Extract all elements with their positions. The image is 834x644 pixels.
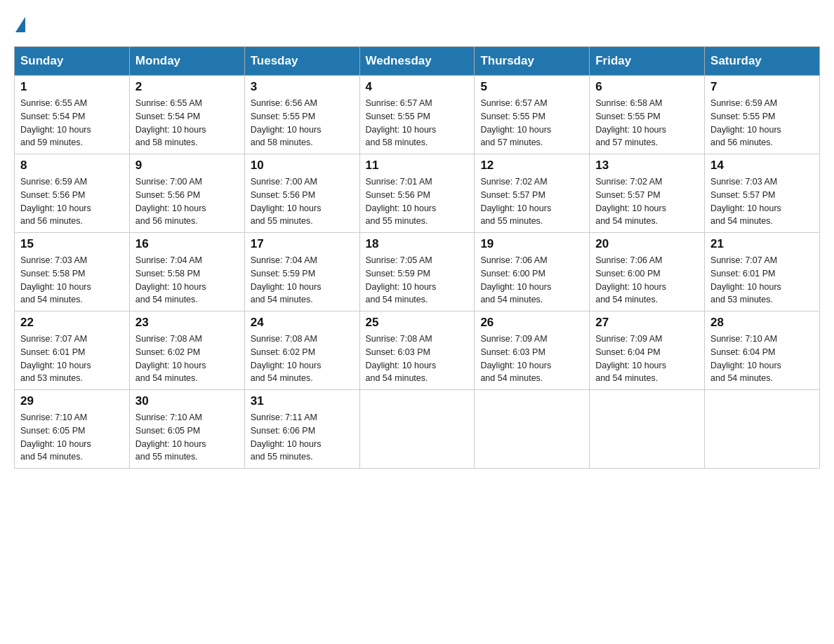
day-info: Sunrise: 7:09 AMSunset: 6:04 PMDaylight:… [595,333,699,385]
weekday-header-saturday: Saturday [705,47,820,76]
calendar-cell: 4Sunrise: 6:57 AMSunset: 5:55 PMDaylight… [359,76,475,154]
weekday-header-friday: Friday [590,47,705,76]
day-number: 7 [710,80,814,94]
calendar-cell: 28Sunrise: 7:10 AMSunset: 6:04 PMDayligh… [705,311,820,390]
day-number: 20 [595,237,699,251]
calendar-cell: 1Sunrise: 6:55 AMSunset: 5:54 PMDaylight… [15,76,130,154]
calendar-cell [475,390,590,469]
weekday-header-thursday: Thursday [475,47,590,76]
day-number: 21 [710,237,814,251]
day-number: 5 [480,80,583,94]
day-info: Sunrise: 7:03 AMSunset: 5:57 PMDaylight:… [710,175,814,228]
day-number: 25 [366,316,469,330]
day-info: Sunrise: 7:01 AMSunset: 5:56 PMDaylight:… [366,175,469,228]
day-info: Sunrise: 7:07 AMSunset: 6:01 PMDaylight:… [20,333,124,385]
day-info: Sunrise: 6:57 AMSunset: 5:55 PMDaylight:… [480,97,583,149]
calendar-cell: 14Sunrise: 7:03 AMSunset: 5:57 PMDayligh… [705,154,820,233]
weekday-header-row: SundayMondayTuesdayWednesdayThursdayFrid… [15,47,820,76]
calendar-cell: 20Sunrise: 7:06 AMSunset: 6:00 PMDayligh… [590,233,705,311]
calendar-week-row: 15Sunrise: 7:03 AMSunset: 5:58 PMDayligh… [15,233,820,311]
day-number: 1 [20,80,124,94]
day-number: 12 [480,159,583,173]
day-number: 4 [366,80,469,94]
calendar-cell: 9Sunrise: 7:00 AMSunset: 5:56 PMDaylight… [129,154,244,233]
calendar-cell: 26Sunrise: 7:09 AMSunset: 6:03 PMDayligh… [475,311,590,390]
calendar-cell: 24Sunrise: 7:08 AMSunset: 6:02 PMDayligh… [244,311,359,390]
calendar-cell: 27Sunrise: 7:09 AMSunset: 6:04 PMDayligh… [590,311,705,390]
calendar-cell: 30Sunrise: 7:10 AMSunset: 6:05 PMDayligh… [129,390,244,469]
day-number: 3 [251,80,354,94]
day-info: Sunrise: 7:03 AMSunset: 5:58 PMDaylight:… [20,254,124,307]
day-info: Sunrise: 7:00 AMSunset: 5:56 PMDaylight:… [251,175,354,228]
day-info: Sunrise: 7:04 AMSunset: 5:59 PMDaylight:… [251,254,354,307]
calendar-cell: 13Sunrise: 7:02 AMSunset: 5:57 PMDayligh… [590,154,705,233]
day-info: Sunrise: 7:09 AMSunset: 6:03 PMDaylight:… [480,333,583,385]
calendar-cell: 11Sunrise: 7:01 AMSunset: 5:56 PMDayligh… [359,154,475,233]
calendar-cell: 31Sunrise: 7:11 AMSunset: 6:06 PMDayligh… [244,390,359,469]
day-info: Sunrise: 7:05 AMSunset: 5:59 PMDaylight:… [366,254,469,307]
day-info: Sunrise: 7:04 AMSunset: 5:58 PMDaylight:… [135,254,239,307]
weekday-header-monday: Monday [129,47,244,76]
calendar-cell: 22Sunrise: 7:07 AMSunset: 6:01 PMDayligh… [15,311,130,390]
calendar-cell: 6Sunrise: 6:58 AMSunset: 5:55 PMDaylight… [590,76,705,154]
day-info: Sunrise: 7:06 AMSunset: 6:00 PMDaylight:… [480,254,583,307]
day-info: Sunrise: 6:59 AMSunset: 5:55 PMDaylight:… [710,97,814,149]
calendar-cell [590,390,705,469]
day-info: Sunrise: 7:10 AMSunset: 6:05 PMDaylight:… [135,411,239,464]
calendar-cell: 25Sunrise: 7:08 AMSunset: 6:03 PMDayligh… [359,311,475,390]
day-number: 23 [135,316,239,330]
calendar-cell: 15Sunrise: 7:03 AMSunset: 5:58 PMDayligh… [15,233,130,311]
day-number: 17 [251,237,354,251]
day-number: 26 [480,316,583,330]
calendar-cell: 7Sunrise: 6:59 AMSunset: 5:55 PMDaylight… [705,76,820,154]
day-info: Sunrise: 6:55 AMSunset: 5:54 PMDaylight:… [20,97,124,149]
day-info: Sunrise: 7:07 AMSunset: 6:01 PMDaylight:… [710,254,814,307]
day-number: 30 [135,394,239,408]
day-number: 9 [135,159,239,173]
day-info: Sunrise: 7:00 AMSunset: 5:56 PMDaylight:… [135,175,239,228]
calendar-cell: 17Sunrise: 7:04 AMSunset: 5:59 PMDayligh… [244,233,359,311]
day-number: 6 [595,80,699,94]
day-number: 11 [366,159,469,173]
calendar-cell: 10Sunrise: 7:00 AMSunset: 5:56 PMDayligh… [244,154,359,233]
calendar-cell: 2Sunrise: 6:55 AMSunset: 5:54 PMDaylight… [129,76,244,154]
calendar-cell: 16Sunrise: 7:04 AMSunset: 5:58 PMDayligh… [129,233,244,311]
day-number: 24 [251,316,354,330]
day-number: 29 [20,394,124,408]
day-info: Sunrise: 7:02 AMSunset: 5:57 PMDaylight:… [595,175,699,228]
day-info: Sunrise: 7:06 AMSunset: 6:00 PMDaylight:… [595,254,699,307]
calendar-cell [705,390,820,469]
weekday-header-wednesday: Wednesday [359,47,475,76]
day-number: 15 [20,237,124,251]
day-number: 31 [251,394,354,408]
calendar-week-row: 29Sunrise: 7:10 AMSunset: 6:05 PMDayligh… [15,390,820,469]
logo [14,14,25,32]
calendar-cell: 29Sunrise: 7:10 AMSunset: 6:05 PMDayligh… [15,390,130,469]
calendar-week-row: 8Sunrise: 6:59 AMSunset: 5:56 PMDaylight… [15,154,820,233]
day-number: 16 [135,237,239,251]
day-info: Sunrise: 6:58 AMSunset: 5:55 PMDaylight:… [595,97,699,149]
day-number: 8 [20,159,124,173]
day-number: 13 [595,159,699,173]
calendar-table: SundayMondayTuesdayWednesdayThursdayFrid… [14,46,820,469]
day-number: 2 [135,80,239,94]
day-info: Sunrise: 6:55 AMSunset: 5:54 PMDaylight:… [135,97,239,149]
day-info: Sunrise: 7:08 AMSunset: 6:03 PMDaylight:… [366,333,469,385]
weekday-header-sunday: Sunday [15,47,130,76]
day-number: 22 [20,316,124,330]
calendar-week-row: 22Sunrise: 7:07 AMSunset: 6:01 PMDayligh… [15,311,820,390]
calendar-cell: 3Sunrise: 6:56 AMSunset: 5:55 PMDaylight… [244,76,359,154]
day-number: 19 [480,237,583,251]
logo-triangle-icon [15,17,25,32]
page-header [14,14,820,32]
calendar-cell: 19Sunrise: 7:06 AMSunset: 6:00 PMDayligh… [475,233,590,311]
day-number: 18 [366,237,469,251]
calendar-cell: 21Sunrise: 7:07 AMSunset: 6:01 PMDayligh… [705,233,820,311]
calendar-cell [359,390,475,469]
day-info: Sunrise: 7:02 AMSunset: 5:57 PMDaylight:… [480,175,583,228]
day-number: 28 [710,316,814,330]
calendar-cell: 12Sunrise: 7:02 AMSunset: 5:57 PMDayligh… [475,154,590,233]
day-info: Sunrise: 6:57 AMSunset: 5:55 PMDaylight:… [366,97,469,149]
day-info: Sunrise: 6:56 AMSunset: 5:55 PMDaylight:… [251,97,354,149]
day-info: Sunrise: 7:11 AMSunset: 6:06 PMDaylight:… [251,411,354,464]
